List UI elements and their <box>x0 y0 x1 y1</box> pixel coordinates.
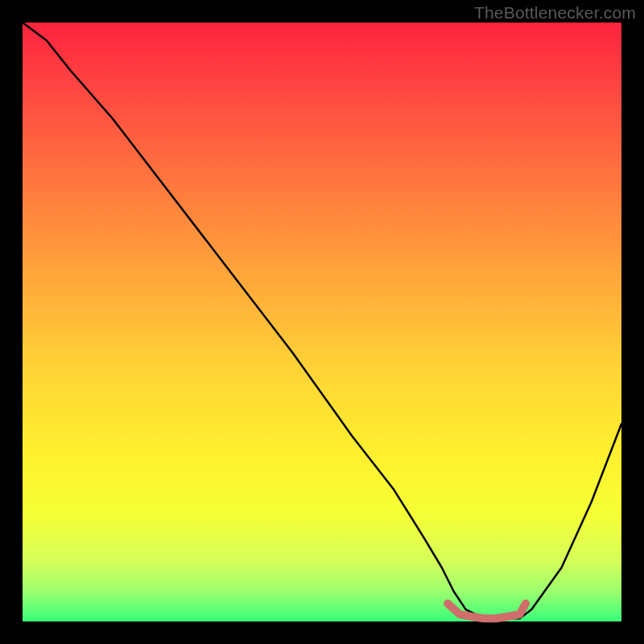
chart-svg <box>23 23 621 621</box>
bottleneck-curve <box>23 23 621 618</box>
minimum-marker <box>448 604 526 619</box>
plot-area <box>23 23 621 621</box>
chart-frame: TheBottlenecker.com <box>0 0 644 644</box>
source-attribution: TheBottlenecker.com <box>474 3 636 23</box>
